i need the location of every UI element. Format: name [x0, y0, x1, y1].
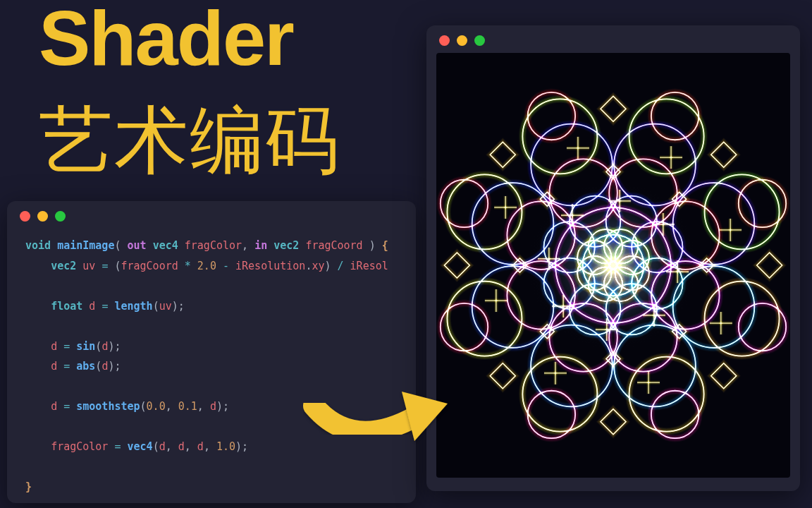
output-window: [426, 25, 800, 491]
code-window: void mainImage( out vec4 fragColor, in v…: [7, 201, 416, 503]
title-en: Shader: [39, 0, 293, 83]
shader-canvas: [436, 53, 790, 478]
code-content: void mainImage( out vec4 fragColor, in v…: [7, 229, 416, 503]
shader-canvas-wrap: [436, 53, 790, 478]
close-icon[interactable]: [20, 211, 30, 222]
minimize-icon[interactable]: [37, 211, 48, 222]
minimize-icon[interactable]: [457, 35, 467, 46]
traffic-lights: [7, 201, 416, 229]
maximize-icon[interactable]: [55, 211, 66, 222]
maximize-icon[interactable]: [474, 35, 485, 46]
close-icon[interactable]: [439, 35, 450, 46]
title-cn: 艺术编码: [39, 92, 340, 191]
traffic-lights: [426, 25, 800, 53]
